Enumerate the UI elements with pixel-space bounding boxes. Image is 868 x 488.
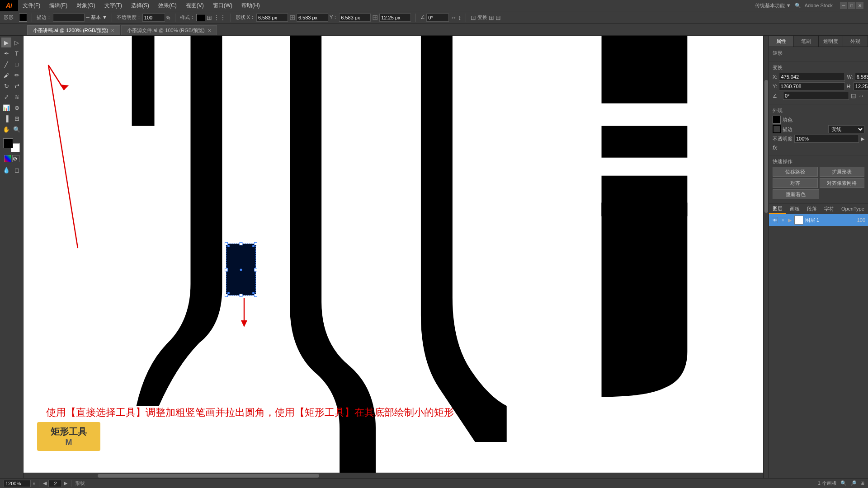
menu-text[interactable]: 文字(T)	[100, 0, 127, 11]
align-icon[interactable]: ⊞	[489, 14, 494, 21]
graph-tool[interactable]: 📊	[1, 103, 11, 113]
layer-expand-btn[interactable]: ▶	[788, 217, 793, 223]
pathfinder-icon[interactable]: ⊟	[495, 14, 501, 21]
opacity-expand-icon[interactable]: ▶	[861, 136, 864, 142]
menu-object[interactable]: 对象(O)	[72, 0, 99, 11]
menu-help[interactable]: 帮助(H)	[237, 0, 264, 11]
corner-radius-tr[interactable]	[252, 245, 255, 247]
canvas-area[interactable]: 使用【直接选择工具】调整加粗竖笔画并拉出圆角，使用【矩形工具】在其底部绘制小的矩…	[24, 36, 769, 478]
constrain-icon[interactable]: ⊟	[851, 92, 856, 99]
expand-shape-btn[interactable]: 扩展形状	[820, 167, 865, 177]
h-input-panel[interactable]	[854, 82, 868, 90]
color-fill-swatch[interactable]	[17, 13, 29, 23]
tab-1-close[interactable]: ✕	[208, 28, 211, 33]
y-input-panel[interactable]	[779, 82, 845, 90]
scrollbar-h-thumb[interactable]	[98, 474, 320, 478]
line-tool[interactable]: ╱	[1, 59, 11, 69]
angle-input[interactable]	[426, 14, 449, 22]
zoom-tool[interactable]: 🔍	[12, 124, 22, 134]
handle-tr[interactable]	[254, 242, 257, 245]
status-zoom-in[interactable]: 🔍	[840, 480, 847, 486]
layer-lock-btn[interactable]: ○	[780, 217, 786, 223]
maximize-button[interactable]: □	[848, 2, 855, 9]
type-tool[interactable]: T	[12, 48, 22, 58]
style-grid-icon[interactable]: ⋮⋮	[213, 14, 226, 21]
hand-tool[interactable]: ✋	[1, 124, 11, 134]
page-next-btn[interactable]: ▶	[64, 480, 67, 486]
handle-bl[interactable]	[225, 294, 228, 297]
layer-visibility-btn[interactable]: 👁	[772, 217, 778, 223]
fill-color-panel[interactable]	[773, 116, 781, 124]
zoom-input[interactable]	[4, 480, 31, 487]
style-align-icon[interactable]: ⊞	[207, 14, 212, 21]
tab-0[interactable]: 小墨讲稿.ai @ 1200% (RGB/预览) ✕	[27, 25, 120, 35]
w-input-panel[interactable]	[855, 73, 868, 81]
layers-tab-layers[interactable]: 图层	[769, 204, 786, 214]
handle-ml[interactable]	[225, 268, 228, 271]
corner-radius-br[interactable]	[252, 292, 255, 294]
menu-effect[interactable]: 效果(C)	[154, 0, 181, 11]
layers-tab-artboards[interactable]: 画板	[786, 204, 803, 214]
rect-tool[interactable]: □	[12, 59, 22, 69]
color-mode-btn[interactable]	[4, 155, 11, 162]
slice-tool[interactable]: ⊟	[12, 113, 22, 123]
handle-bm[interactable]	[240, 294, 243, 297]
column-graph-tool[interactable]: ▐	[1, 113, 11, 123]
opacity-input[interactable]	[142, 14, 165, 22]
none-fill-btn[interactable]: ⊘	[12, 155, 19, 162]
stroke-swatch-tool[interactable]	[4, 139, 13, 148]
close-button[interactable]: ✕	[856, 2, 863, 9]
stroke-color-panel[interactable]	[773, 125, 781, 133]
direct-select-tool[interactable]: ▷	[12, 38, 22, 47]
x-dim-input[interactable]	[256, 14, 288, 22]
style-swatch[interactable]	[196, 14, 205, 21]
stroke-input[interactable]	[53, 14, 85, 22]
layers-tab-opentype[interactable]: OpenType	[838, 204, 868, 214]
menu-file[interactable]: 文件(F)	[18, 0, 45, 11]
handle-tm[interactable]	[240, 242, 243, 245]
right-tab-appearance[interactable]: 外观	[843, 36, 868, 47]
right-tab-opacity[interactable]: 透明度	[819, 36, 844, 47]
handle-br[interactable]	[254, 294, 257, 297]
h-dim-input[interactable]	[379, 14, 411, 22]
page-input[interactable]	[48, 480, 62, 487]
angle-input-panel[interactable]	[783, 92, 849, 100]
flip-h-icon[interactable]: ↔	[450, 14, 457, 21]
right-tab-brushes[interactable]: 笔刷	[794, 36, 819, 47]
pen-tool[interactable]: ✒	[1, 48, 11, 58]
select-tool[interactable]: ▶	[1, 38, 11, 47]
flip-v-icon[interactable]: ↕	[458, 14, 461, 21]
scrollbar-v-thumb[interactable]	[764, 80, 768, 213]
selected-object[interactable]	[226, 244, 256, 296]
y-dim-input[interactable]	[339, 14, 371, 22]
menu-select[interactable]: 选择(S)	[127, 0, 154, 11]
pixel-align-btn[interactable]: 对齐像素网格	[820, 178, 865, 188]
tab-1[interactable]: 小墨源文件.ai @ 100% (RGB/预览) ✕	[121, 25, 217, 35]
rotate-tool[interactable]: ↻	[1, 81, 11, 91]
right-tab-properties[interactable]: 属性	[769, 36, 794, 47]
align-btn[interactable]: 对齐	[773, 178, 818, 188]
search-icon[interactable]: 🔍	[795, 3, 801, 9]
minimize-button[interactable]: ─	[840, 2, 847, 9]
symbol-tool[interactable]: ⊛	[12, 103, 22, 113]
scale-tool[interactable]: ⤢	[1, 92, 11, 102]
warp-tool[interactable]: ≋	[12, 92, 22, 102]
transform-icon[interactable]: ⊡	[471, 14, 476, 21]
eraser-tool[interactable]: ◻	[12, 165, 22, 175]
layers-tab-character[interactable]: 字符	[821, 204, 838, 214]
page-prev-btn[interactable]: ◀	[43, 480, 47, 486]
flip-panel-icon[interactable]: ↔	[858, 92, 864, 99]
handle-mr[interactable]	[254, 268, 257, 271]
tab-0-close[interactable]: ✕	[111, 28, 114, 33]
status-zoom-out[interactable]: 🔎	[850, 480, 857, 486]
paintbrush-tool[interactable]: 🖌	[1, 70, 11, 80]
pencil-tool[interactable]: ✏	[12, 70, 22, 80]
layer-row-1[interactable]: 👁 ○ ▶ 图层 1 100	[769, 214, 868, 226]
fill-color-box[interactable]	[19, 14, 27, 22]
menu-view[interactable]: 视图(V)	[181, 0, 208, 11]
menu-edit[interactable]: 编辑(E)	[45, 0, 72, 11]
canvas-scrollbar-h[interactable]	[24, 473, 763, 478]
opacity-input-panel[interactable]	[794, 135, 859, 143]
layers-tab-paragraph[interactable]: 段落	[803, 204, 821, 214]
offset-path-btn[interactable]: 位移路径	[773, 167, 818, 177]
